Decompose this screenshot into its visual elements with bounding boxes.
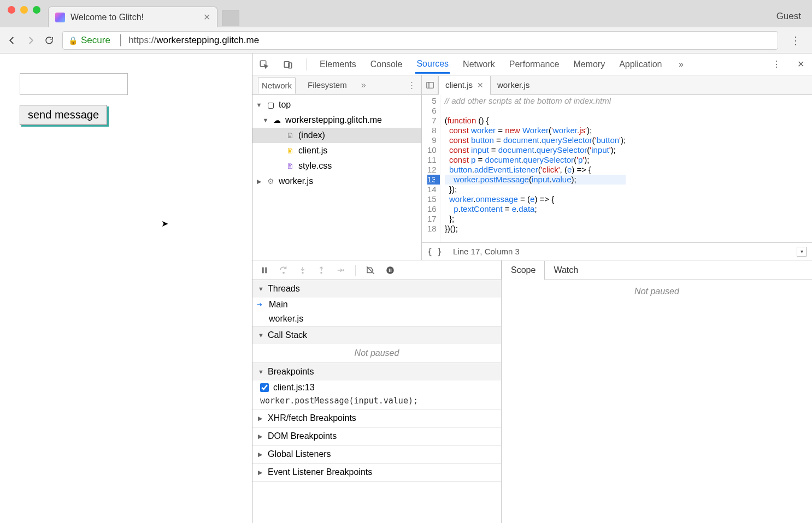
tree-file-clientjs[interactable]: 🗎client.js — [252, 143, 421, 158]
step-into-icon[interactable] — [298, 266, 307, 275]
devtools-panel: Elements Console Sources Network Perform… — [252, 54, 812, 523]
tab-elements[interactable]: Elements — [319, 55, 357, 74]
tree-worker[interactable]: ▶⚙worker.js — [252, 174, 421, 189]
xhr-breakpoints-header[interactable]: ▶XHR/fetch Breakpoints — [252, 409, 501, 427]
pause-icon[interactable] — [260, 266, 269, 275]
cursor-position: Line 17, Column 3 — [453, 247, 520, 256]
forward-button[interactable] — [25, 35, 36, 46]
tab-performance[interactable]: Performance — [508, 55, 561, 74]
callstack-header[interactable]: ▼Call Stack — [252, 326, 501, 344]
cursor-icon: ➤ — [161, 218, 168, 229]
pretty-print-icon[interactable]: { } — [427, 247, 442, 257]
svg-point-9 — [321, 272, 322, 273]
navigator-menu-icon[interactable]: ⋮ — [408, 80, 416, 90]
profile-label[interactable]: Guest — [766, 5, 812, 27]
window-close-button[interactable] — [8, 6, 15, 14]
svg-point-8 — [302, 272, 303, 273]
message-input[interactable] — [20, 73, 128, 95]
tree-file-stylecss[interactable]: 🗎style.css — [252, 158, 421, 174]
scope-status: Not paused — [502, 280, 812, 523]
debugger-toolbar — [252, 260, 501, 280]
file-tab-clientjs[interactable]: client.js✕ — [438, 76, 491, 95]
coverage-dropdown-icon[interactable]: ▾ — [797, 247, 807, 257]
breakpoint-item[interactable]: client.js:13 — [252, 381, 501, 395]
svg-rect-13 — [389, 269, 390, 272]
send-message-button[interactable]: send message — [20, 105, 107, 125]
svg-rect-3 — [427, 82, 433, 88]
global-listeners-header[interactable]: ▶Global Listeners — [252, 445, 501, 463]
threads-header[interactable]: ▼Threads — [252, 280, 501, 298]
svg-rect-14 — [391, 269, 392, 272]
svg-rect-5 — [262, 267, 264, 273]
address-bar[interactable]: 🔒 Secure │ https://workerstepping.glitch… — [62, 31, 778, 50]
devtools-tabbar: Elements Console Sources Network Perform… — [252, 54, 812, 75]
tab-console[interactable]: Console — [369, 55, 404, 74]
line-gutter[interactable]: 56789101112131415161718 — [422, 95, 440, 242]
navigator-tab-filesystem[interactable]: Filesystem — [304, 77, 350, 93]
devtools-close-icon[interactable]: ✕ — [795, 59, 807, 69]
tab-sources[interactable]: Sources — [415, 55, 450, 74]
step-out-icon[interactable] — [317, 266, 326, 275]
secure-label: Secure — [81, 35, 110, 46]
pause-on-exceptions-icon[interactable] — [385, 265, 395, 275]
step-icon[interactable] — [336, 266, 345, 275]
tab-application[interactable]: Application — [618, 55, 663, 74]
tree-top[interactable]: ▼▢top — [252, 97, 421, 112]
navigator-more-icon[interactable]: » — [361, 80, 366, 90]
callstack-status: Not paused — [252, 344, 501, 362]
breakpoints-header[interactable]: ▼Breakpoints — [252, 363, 501, 381]
back-button[interactable] — [7, 35, 17, 46]
svg-rect-6 — [265, 267, 267, 273]
step-over-icon[interactable] — [279, 265, 289, 275]
debugger-pane: ▼Threads Main worker.js ▼Call Stack Not … — [252, 260, 812, 523]
file-tree: ▼▢top ▼☁workerstepping.glitch.me 🗎(index… — [252, 95, 421, 260]
favicon-icon — [55, 13, 65, 22]
browser-titlebar: Welcome to Glitch! ✕ Guest — [0, 0, 812, 27]
new-tab-button[interactable] — [222, 10, 239, 26]
url-protocol: https:// — [128, 35, 156, 46]
navigator-tab-network[interactable]: Network — [258, 77, 296, 94]
close-icon[interactable]: ✕ — [477, 81, 484, 90]
devtools-menu-icon[interactable]: ⋮ — [770, 59, 782, 69]
tree-file-index[interactable]: 🗎(index) — [252, 128, 421, 143]
window-minimize-button[interactable] — [20, 6, 28, 14]
dom-breakpoints-header[interactable]: ▶DOM Breakpoints — [252, 427, 501, 445]
toggle-navigator-icon[interactable] — [422, 75, 438, 94]
svg-point-12 — [386, 266, 394, 274]
tab-network[interactable]: Network — [462, 55, 496, 74]
device-toggle-icon[interactable] — [282, 60, 294, 69]
more-tabs-icon[interactable]: » — [675, 60, 687, 69]
editor-statusbar: { } Line 17, Column 3 ▾ — [422, 242, 812, 260]
watch-tab[interactable]: Watch — [545, 260, 587, 280]
code-body[interactable]: // add other scripts at the bottom of in… — [440, 95, 630, 242]
deactivate-breakpoints-icon[interactable] — [366, 265, 375, 275]
svg-point-7 — [283, 272, 284, 273]
breakpoint-code: worker.postMessage(input.value); — [252, 395, 501, 409]
reload-button[interactable] — [44, 35, 55, 46]
lock-icon: 🔒 — [68, 36, 78, 45]
breakpoint-checkbox[interactable] — [260, 383, 269, 392]
page-viewport: send message ➤ — [0, 54, 252, 523]
chrome-menu-button[interactable]: ⋮ — [786, 34, 805, 47]
tab-title: Welcome to Glitch! — [70, 13, 203, 22]
thread-worker[interactable]: worker.js — [252, 312, 501, 326]
tree-domain[interactable]: ▼☁workerstepping.glitch.me — [252, 112, 421, 128]
thread-main[interactable]: Main — [252, 298, 501, 312]
inspect-icon[interactable] — [258, 60, 270, 69]
file-tab-workerjs[interactable]: worker.js — [491, 75, 536, 94]
tab-close-button[interactable]: ✕ — [203, 12, 210, 22]
event-listener-breakpoints-header[interactable]: ▶Event Listener Breakpoints — [252, 463, 501, 481]
browser-toolbar: 🔒 Secure │ https://workerstepping.glitch… — [0, 27, 812, 54]
url-host: workerstepping.glitch.me — [156, 35, 259, 46]
sources-navigator: Network Filesystem » ⋮ ▼▢top ▼☁workerste… — [252, 75, 422, 260]
tab-memory[interactable]: Memory — [572, 55, 606, 74]
window-zoom-button[interactable] — [33, 6, 40, 14]
svg-point-10 — [343, 270, 344, 271]
scope-tab[interactable]: Scope — [502, 261, 545, 280]
browser-tab[interactable]: Welcome to Glitch! ✕ — [48, 7, 217, 27]
traffic-lights — [0, 6, 48, 21]
source-editor: client.js✕ worker.js 5678910111213141516… — [422, 75, 812, 260]
